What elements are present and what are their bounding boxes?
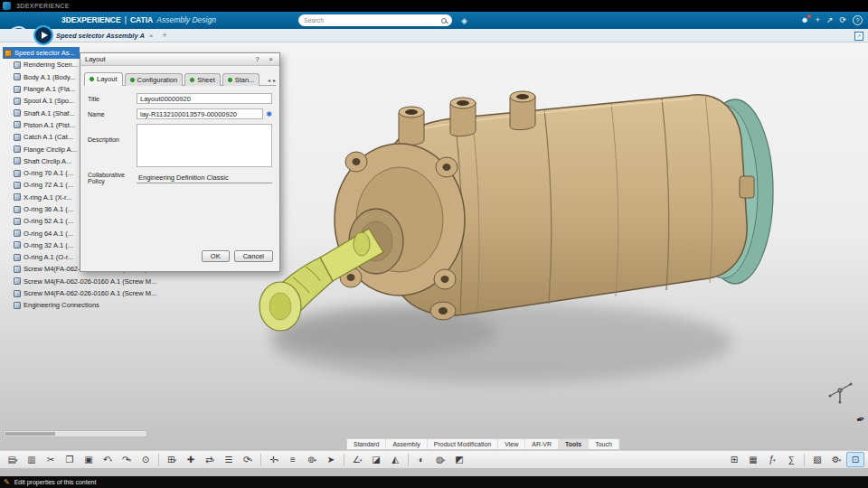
cut-icon[interactable]: ✂	[42, 452, 60, 467]
hide-show-icon[interactable]: ◐	[412, 452, 430, 467]
tree-item[interactable]: Body A.1 (Body...	[3, 71, 75, 83]
tree-item[interactable]: Flange Circlip A...	[3, 143, 77, 155]
insert-component-icon[interactable]: ⊞ ▾	[163, 452, 181, 467]
part-icon	[14, 86, 21, 93]
action-bar-toolbar: ▤ ▾ ▥ ✂ ❐ ▣ ↶	[0, 450, 868, 468]
align-icon[interactable]: ≡	[284, 452, 302, 467]
compass-play-button[interactable]	[33, 25, 53, 45]
scrollbar-thumb[interactable]	[5, 432, 55, 436]
tree-item-root-product[interactable]: Speed selector As...	[3, 47, 80, 59]
title-field[interactable]	[137, 93, 272, 104]
ribbon-tab-ar-vr[interactable]: AR-VR	[525, 439, 559, 449]
close-tab-icon[interactable]: ×	[149, 32, 154, 40]
tree-horizontal-scrollbar[interactable]	[3, 430, 147, 437]
design-table-icon[interactable]: ⊞	[725, 452, 743, 467]
undo-icon[interactable]: ↶ ▾	[99, 452, 117, 467]
share-button[interactable]: ↗	[826, 14, 834, 26]
options-icon[interactable]: ⚙ ▾	[827, 452, 845, 467]
spreadsheet-icon[interactable]: ▦	[744, 452, 762, 467]
tree-item[interactable]: Piston A.1 (Pist...	[3, 119, 75, 131]
redo-icon[interactable]: ↷ ▾	[118, 452, 136, 467]
manipulate-icon[interactable]: ➤	[322, 452, 340, 467]
document-tab[interactable]: Speed selector Assembly A ×	[0, 29, 161, 42]
dialog-tab-sheet[interactable]: Sheet	[184, 73, 221, 86]
toolbar-separator	[260, 454, 261, 466]
tree-item[interactable]: Catch A.1 (Cat...	[3, 131, 73, 143]
ground-robot-compass[interactable]	[825, 375, 855, 406]
touch-mode-icon[interactable]: ⊡	[846, 452, 864, 467]
expand-window-icon[interactable]: ↗	[854, 32, 863, 41]
paste-icon[interactable]: ▣	[80, 452, 98, 467]
tree-item[interactable]: Screw M4(FA-062-026-0160 A.1 (Screw M...	[3, 276, 156, 287]
dropdown-caret-icon: ▾	[360, 457, 363, 463]
render-style-icon[interactable]: ◩	[450, 452, 468, 467]
dialog-close-icon[interactable]: ×	[267, 55, 275, 63]
catalog-icon[interactable]: ▧	[808, 452, 826, 467]
clash-icon[interactable]: ◭	[386, 452, 404, 467]
history-button[interactable]: ⟳	[839, 14, 846, 26]
replace-component-icon[interactable]: ⇄ ▾	[201, 452, 219, 467]
ribbon-tab-assembly[interactable]: Assembly	[386, 439, 427, 449]
measure-icon[interactable]: ∠ ▾	[348, 452, 366, 467]
ribbon-tab-touch[interactable]: Touch	[589, 439, 619, 449]
tree-item[interactable]: Screw M4(FA-062-026-0160 A.1 (Screw M...	[3, 287, 156, 299]
dialog-tab-layout[interactable]: Layout	[84, 72, 123, 86]
tree-item[interactable]: Flange A.1 (Fla...	[3, 83, 75, 95]
ok-button[interactable]: OK	[202, 250, 230, 262]
search-input[interactable]: Search	[298, 14, 452, 26]
tree-item[interactable]: O-ring 70 A.1 (...	[3, 167, 73, 179]
tree-item[interactable]: Shaft Circlip A...	[3, 155, 71, 167]
tag-icon[interactable]: ◈	[461, 16, 467, 25]
tree-item-label: O-ring 72 A.1 (...	[24, 181, 73, 189]
ribbon-tab-tools[interactable]: Tools	[559, 439, 589, 449]
tree-item[interactable]: O-ring 36 A.1 (...	[3, 203, 73, 215]
section-icon[interactable]: ◪	[367, 452, 385, 467]
new-tab-button[interactable]: +	[163, 31, 167, 40]
tree-item[interactable]: O-ring 52 A.1 (...	[3, 215, 73, 227]
copy-icon[interactable]: ❐	[61, 452, 79, 467]
cancel-button[interactable]: Cancel	[234, 250, 273, 262]
tree-item-engineering-connections[interactable]: Engineering Connections	[3, 299, 99, 311]
name-field[interactable]	[137, 108, 263, 119]
engineering-connection-icon[interactable]: ⊚ ▾	[303, 452, 321, 467]
description-field[interactable]	[137, 124, 272, 167]
dialog-tab-configuration[interactable]: Configuration	[125, 73, 184, 86]
dialog-help-icon[interactable]: ?	[253, 55, 261, 63]
tree-item[interactable]: Rendering Scen...	[3, 59, 78, 70]
name-field-label: Name	[88, 111, 137, 117]
search-icon[interactable]: ⊙	[137, 452, 155, 467]
help-button[interactable]: ?	[853, 15, 863, 25]
visualization-icon[interactable]: ◍ ▾	[431, 452, 449, 467]
new-content-icon[interactable]: ✚	[182, 452, 200, 467]
tree-item-label: O-ring 64 A.1 (...	[24, 230, 73, 238]
rules-icon[interactable]: ∑	[782, 452, 800, 467]
tree-item[interactable]: O-ring 72 A.1 (...	[3, 179, 73, 191]
document-tab-bar: Speed selector Assembly A × + ↗	[0, 29, 868, 42]
update-icon[interactable]: ⟳ ▾	[239, 452, 257, 467]
tree-item[interactable]: X-ring A.1 (X-r...	[3, 192, 71, 203]
dialog-title-bar[interactable]: Layout ? ×	[80, 53, 279, 66]
tree-item[interactable]: O-ring 32 A.1 (...	[3, 239, 73, 251]
dialog-tab-standard[interactable]: Stan...	[222, 73, 260, 86]
part-icon	[14, 157, 21, 164]
move-icon[interactable]: ✛ ▾	[265, 452, 283, 467]
tree-item-label: O-ring A.1 (O-r...	[24, 253, 73, 261]
tab-scroll-left-icon[interactable]: ◂	[268, 77, 270, 83]
clipboard-paste-icon[interactable]: ▤ ▾	[4, 452, 22, 467]
add-content-button[interactable]: +	[816, 14, 820, 26]
ribbon-tab-standard[interactable]: Standard	[347, 439, 386, 449]
description-field-label: Description	[88, 136, 137, 143]
tree-item[interactable]: Spool A.1 (Spo...	[3, 95, 74, 107]
avatar[interactable]: ☻	[800, 14, 808, 26]
search-icon[interactable]	[441, 18, 447, 23]
part-icon	[14, 230, 21, 237]
tree-item[interactable]: O-ring 64 A.1 (...	[3, 227, 73, 239]
product-structure-icon[interactable]: ☰	[220, 452, 238, 467]
tree-item[interactable]: O-ring A.1 (O-r...	[3, 251, 73, 263]
tab-scroll-right-icon[interactable]: ▸	[273, 77, 276, 83]
ribbon-tab-view[interactable]: View	[498, 439, 525, 449]
tree-item[interactable]: Shaft A.1 (Shaf...	[3, 107, 75, 118]
ribbon-tab-product-modification[interactable]: Product Modification	[428, 439, 498, 449]
formula-icon[interactable]: ƒ ▾	[763, 452, 781, 467]
print-icon[interactable]: ▥	[23, 452, 41, 467]
